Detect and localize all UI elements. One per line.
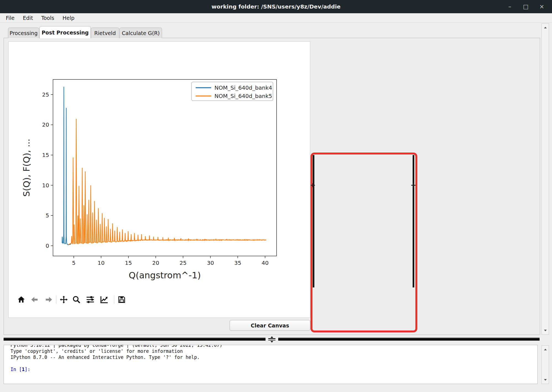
svg-text:NOM_Si_640d_bank5: NOM_Si_640d_bank5 — [214, 93, 272, 99]
menu-item-edit[interactable]: Edit — [19, 13, 37, 23]
console-output: Python 3.10.12 | packaged by conda-forge… — [4, 345, 537, 372]
svg-text:25: 25 — [180, 260, 187, 266]
splitter-handle-right[interactable] — [413, 155, 414, 287]
maximize-button[interactable]: □ — [518, 1, 534, 12]
ipython-console[interactable]: Python 3.10.12 | packaged by conda-forge… — [4, 345, 538, 384]
save-figure-button[interactable] — [117, 295, 127, 304]
subplots-button[interactable] — [85, 295, 95, 304]
title-bar: working folder: /SNS/users/y8z/Dev/addie… — [0, 0, 552, 13]
customize-button[interactable] — [99, 295, 109, 304]
sliders-icon — [86, 295, 95, 304]
menu-bar: FileEditToolsHelp — [0, 13, 552, 23]
console-vertical-scrollbar[interactable] — [542, 345, 549, 384]
toolbar-separator — [114, 295, 114, 304]
console-line: IPython 8.7.0 -- An enhanced Interactive… — [10, 354, 537, 360]
scroll-up-icon[interactable] — [542, 24, 549, 31]
tab-rietveld[interactable]: Rietveld — [91, 28, 119, 38]
svg-text:NOM_Si_640d_bank4: NOM_Si_640d_bank4 — [214, 84, 272, 91]
splitter-handle-left[interactable] — [313, 155, 314, 287]
zoom-button[interactable] — [71, 295, 81, 304]
svg-text:15: 15 — [125, 260, 132, 266]
splitter-grip-icon[interactable] — [411, 183, 415, 187]
svg-text:0: 0 — [46, 242, 49, 249]
tab-processing[interactable]: Processing — [8, 28, 39, 38]
splitter-handle[interactable] — [266, 336, 278, 343]
home-icon — [17, 295, 25, 304]
svg-text:25: 25 — [42, 91, 49, 98]
tab-post-processing[interactable]: Post Processing — [39, 26, 91, 38]
svg-text:30: 30 — [207, 260, 214, 266]
menu-item-tools[interactable]: Tools — [37, 13, 59, 23]
magnifier-icon — [72, 295, 81, 304]
console-prompt[interactable]: In [1]: — [10, 366, 537, 372]
splitter-grip-icon[interactable] — [311, 183, 315, 187]
arrow-right-icon — [45, 295, 53, 304]
svg-text:5: 5 — [46, 212, 49, 219]
window-title: working folder: /SNS/users/y8z/Dev/addie — [211, 3, 341, 10]
plot-legend: NOM_Si_640d_bank4NOM_Si_640d_bank5 — [192, 82, 273, 101]
back-button[interactable] — [30, 295, 39, 304]
forward-button[interactable] — [44, 295, 54, 304]
svg-text:40: 40 — [262, 260, 269, 266]
pan-icon — [59, 295, 68, 304]
toolbar-separator — [56, 295, 56, 304]
clear-canvas-button[interactable]: Clear Canvas — [230, 320, 310, 331]
svg-text:S(Q), F(Q), ...: S(Q), F(Q), ... — [21, 139, 32, 197]
svg-text:15: 15 — [42, 152, 49, 158]
svg-text:10: 10 — [98, 260, 105, 266]
main-vertical-scrollbar[interactable] — [542, 23, 549, 335]
sq-fq-plot[interactable]: 5101520253035400510152025Q(angstrom^-1)S… — [9, 42, 310, 318]
scroll-up-icon[interactable] — [542, 346, 549, 353]
plot-panel: 5101520253035400510152025Q(angstrom^-1)S… — [8, 41, 310, 318]
tab-calculate-g-r-[interactable]: Calculate G(R) — [120, 28, 162, 38]
svg-text:10: 10 — [42, 182, 49, 189]
home-button[interactable] — [16, 295, 26, 304]
close-button[interactable]: × — [534, 1, 550, 12]
svg-text:35: 35 — [234, 260, 241, 266]
scroll-down-icon[interactable] — [542, 327, 549, 334]
svg-text:Q(angstrom^-1): Q(angstrom^-1) — [129, 270, 201, 281]
floppy-disk-icon — [118, 295, 126, 304]
svg-text:5: 5 — [72, 260, 76, 266]
console-clipped-line: Python 3.10.12 | packaged by conda-forge… — [10, 345, 537, 348]
line-chart-icon — [100, 295, 108, 304]
arrow-left-icon — [30, 295, 39, 304]
console-line: Type 'copyright', 'credits' or 'license'… — [10, 348, 537, 354]
svg-text:20: 20 — [42, 121, 49, 128]
scroll-down-icon[interactable] — [542, 377, 549, 383]
menu-item-help[interactable]: Help — [58, 13, 78, 23]
pan-button[interactable] — [59, 295, 69, 304]
application-window: working folder: /SNS/users/y8z/Dev/addie… — [0, 0, 552, 392]
menu-item-file[interactable]: File — [2, 13, 19, 23]
svg-text:20: 20 — [152, 260, 159, 266]
minimize-button[interactable]: – — [502, 1, 518, 12]
window-controls: – □ × — [502, 1, 550, 12]
